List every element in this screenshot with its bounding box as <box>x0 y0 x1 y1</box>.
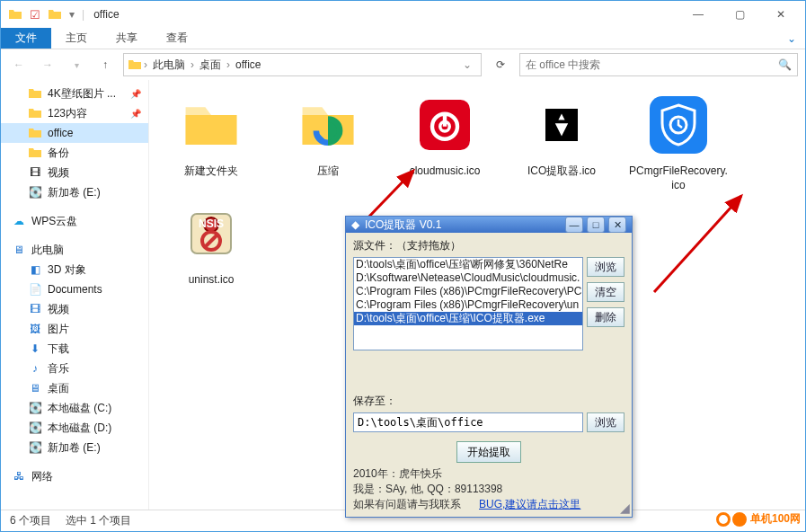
watermark: 单机100网 <box>716 511 801 527</box>
minimize-button[interactable]: — <box>678 1 719 28</box>
app-icon: ◆ <box>351 218 359 231</box>
saveto-browse-button[interactable]: 浏览 <box>587 412 624 432</box>
tab-file[interactable]: 文件 <box>1 28 51 49</box>
ico-dialog: ◆ ICO提取器 V0.1 ― □ ✕ 源文件：（支持拖放） D:\tools\… <box>345 216 633 518</box>
nav-item[interactable]: 💽本地磁盘 (D:) <box>1 418 148 438</box>
list-item[interactable]: D:\Ksoftware\Netease\CloudMusic\cloudmus… <box>354 271 582 285</box>
nav-item[interactable]: ♪音乐 <box>1 359 148 378</box>
search-input[interactable] <box>526 58 773 71</box>
window-title: office <box>93 8 119 21</box>
file-item[interactable]: 压缩 <box>279 89 377 192</box>
nav-item[interactable]: 💽新加卷 (E:) <box>1 438 148 457</box>
nav-item[interactable]: 🖥桌面 <box>1 378 148 398</box>
breadcrumb-dropdown-icon[interactable]: ⌄ <box>457 58 477 71</box>
extract-icon <box>526 89 598 161</box>
uninst-icon: NSIS <box>175 198 247 270</box>
search-box[interactable]: 🔍 <box>519 53 798 76</box>
qat-dropdown-icon[interactable]: ▾ <box>69 8 75 21</box>
doc-icon: 📄 <box>28 282 42 297</box>
nav-back-button[interactable]: ← <box>8 54 30 75</box>
breadcrumb[interactable]: › 此电脑 › 桌面 › office ⌄ <box>123 53 482 76</box>
pc-icon: 🖥 <box>12 243 26 257</box>
nav-item[interactable]: 💽本地磁盘 (C:) <box>1 398 148 418</box>
dialog-maximize-button[interactable]: □ <box>587 217 605 233</box>
nav-thispc[interactable]: 🖥此电脑 <box>1 240 148 260</box>
tab-share[interactable]: 共享 <box>102 28 152 49</box>
folder-icon <box>28 86 42 101</box>
3d-icon: ◧ <box>28 262 42 277</box>
nav-recent-button[interactable]: ▾ <box>66 54 87 75</box>
breadcrumb-folder[interactable]: office <box>232 58 264 71</box>
file-item[interactable]: NSIS uninst.ico <box>162 198 261 288</box>
desktop-icon: 🖥 <box>28 381 42 395</box>
music-icon: ♪ <box>28 361 42 376</box>
search-icon[interactable]: 🔍 <box>778 58 792 71</box>
nav-item[interactable]: ⬇下载 <box>1 339 148 359</box>
ribbon-expand-icon[interactable]: ⌄ <box>778 28 805 49</box>
list-item[interactable]: D:\tools\桌面\office\压缩\断网修复\360NetRe <box>354 258 582 271</box>
saveto-input[interactable] <box>353 412 583 432</box>
file-item[interactable]: cloudmusic.ico <box>395 89 494 192</box>
nav-item[interactable]: 🎞视频 <box>1 299 148 319</box>
netease-icon <box>409 89 481 161</box>
nav-tree[interactable]: 4K壁纸图片 ...📌 123内容📌 office 备份 🎞视频 💽新加卷 (E… <box>1 80 149 510</box>
close-button[interactable]: ✕ <box>760 1 802 28</box>
tab-home[interactable]: 主页 <box>51 28 102 49</box>
breadcrumb-thispc[interactable]: 此电脑 <box>149 58 189 73</box>
address-bar: ← → ▾ ↑ › 此电脑 › 桌面 › office ⌄ ⟳ 🔍 <box>1 49 805 80</box>
refresh-button[interactable]: ⟳ <box>489 53 512 76</box>
video-icon: 🎞 <box>28 302 42 316</box>
cloud-icon: ☁ <box>12 214 26 228</box>
nav-item[interactable]: 备份 <box>1 143 148 163</box>
resize-grip-icon[interactable]: ◢ <box>620 501 630 515</box>
file-item[interactable]: 新建文件夹 <box>162 89 261 192</box>
dialog-close-button[interactable]: ✕ <box>608 217 626 233</box>
clear-button[interactable]: 清空 <box>587 282 624 302</box>
browse-button[interactable]: 浏览 <box>587 257 624 277</box>
nav-item[interactable]: 🖼图片 <box>1 319 148 339</box>
list-item[interactable]: C:\Program Files (x86)\PCmgrFileRecovery… <box>354 298 582 312</box>
list-item-selected[interactable]: D:\tools\桌面\office\压缩\ICO提取器.exe <box>354 312 582 325</box>
file-item[interactable]: PCmgrFileRecovery.ico <box>629 89 728 192</box>
nav-item[interactable]: 4K壁纸图片 ...📌 <box>1 84 148 103</box>
video-icon: 🎞 <box>28 165 42 180</box>
folder-icon <box>175 89 247 161</box>
start-extract-button[interactable]: 开始提取 <box>456 441 521 463</box>
tab-view[interactable]: 查看 <box>152 28 202 49</box>
pin-icon: 📌 <box>130 89 141 99</box>
chevron-right-icon[interactable]: › <box>225 58 232 71</box>
list-item[interactable]: C:\Program Files (x86)\PCmgrFileRecovery… <box>354 285 582 298</box>
nav-network[interactable]: 🖧网络 <box>1 466 148 486</box>
nav-wps[interactable]: ☁WPS云盘 <box>1 211 148 231</box>
delete-button[interactable]: 删除 <box>587 307 624 327</box>
nav-item-selected[interactable]: office <box>1 123 148 143</box>
source-listbox[interactable]: D:\tools\桌面\office\压缩\断网修复\360NetRe D:\K… <box>353 257 583 350</box>
dialog-titlebar[interactable]: ◆ ICO提取器 V0.1 ― □ ✕ <box>346 217 632 233</box>
folder-icon <box>8 7 22 22</box>
dialog-minimize-button[interactable]: ― <box>565 217 583 233</box>
source-label: 源文件：（支持拖放） <box>353 238 624 253</box>
breadcrumb-desktop[interactable]: 桌面 <box>196 58 225 73</box>
drive-icon: 💽 <box>28 401 42 415</box>
drive-icon: 💽 <box>28 421 42 435</box>
download-icon: ⬇ <box>28 341 42 356</box>
maximize-button[interactable]: ▢ <box>719 1 760 28</box>
nav-item[interactable]: 📄Documents <box>1 279 148 299</box>
bug-link[interactable]: BUG,建议请点击这里 <box>479 498 580 510</box>
chevron-right-icon[interactable]: › <box>189 58 196 71</box>
status-selection: 选中 1 个项目 <box>66 513 131 528</box>
nav-item[interactable]: 123内容📌 <box>1 103 148 123</box>
file-item[interactable]: ICO提取器.ico <box>512 89 611 192</box>
chevron-right-icon[interactable]: › <box>142 58 149 71</box>
svg-text:NSIS: NSIS <box>199 217 224 230</box>
qat-check-icon[interactable]: ☑ <box>30 8 40 22</box>
nav-item[interactable]: 🎞视频 <box>1 163 148 182</box>
nav-item[interactable]: 💽新加卷 (E:) <box>1 182 148 202</box>
folder-icon <box>28 146 42 160</box>
dialog-title: ICO提取器 V0.1 <box>365 217 441 233</box>
nav-item[interactable]: ◧3D 对象 <box>1 260 148 279</box>
dialog-footer: 2010年：虎年快乐 我是：SAy, 他, QQ：89113398 如果有问题请… <box>353 466 624 511</box>
nav-up-button[interactable]: ↑ <box>94 54 116 75</box>
pin-icon: 📌 <box>130 109 141 119</box>
shield-icon <box>642 89 714 161</box>
